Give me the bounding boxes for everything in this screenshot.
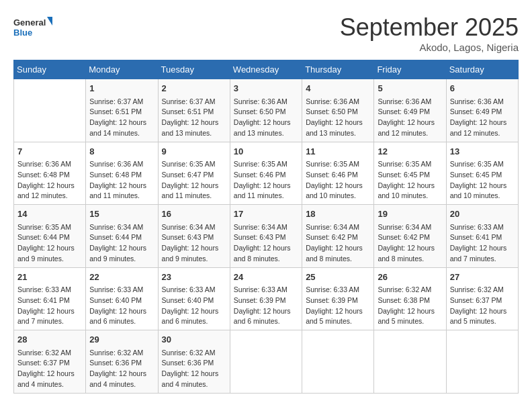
day-info-line: and 6 minutes. <box>234 316 298 327</box>
day-info-line: Sunset: 6:37 PM <box>17 358 82 369</box>
day-info-line: and 12 minutes. <box>378 128 442 139</box>
day-info-line: and 5 minutes. <box>306 316 370 327</box>
calendar-cell: 7Sunrise: 6:36 AMSunset: 6:48 PMDaylight… <box>14 142 86 205</box>
calendar-cell <box>374 330 446 394</box>
day-info-line: Sunset: 6:49 PM <box>450 107 515 118</box>
day-info-line: Daylight: 12 hours <box>450 118 515 128</box>
day-info-line: Sunrise: 6:34 AM <box>306 222 370 233</box>
day-info-line: Daylight: 12 hours <box>378 118 442 128</box>
day-number: 14 <box>17 208 82 221</box>
day-number: 17 <box>234 208 298 221</box>
logo-svg: General Blue <box>13 13 54 40</box>
day-info-line: and 4 minutes. <box>162 379 226 390</box>
day-number: 12 <box>378 145 442 158</box>
day-info-line: Daylight: 12 hours <box>89 369 154 379</box>
calendar-cell: 10Sunrise: 6:35 AMSunset: 6:46 PMDayligh… <box>230 142 302 205</box>
day-info-line: Daylight: 12 hours <box>89 181 154 191</box>
day-info-line: and 10 minutes. <box>378 191 442 201</box>
calendar-cell: 15Sunrise: 6:34 AMSunset: 6:44 PMDayligh… <box>86 205 158 268</box>
day-info-line: Daylight: 12 hours <box>162 118 226 128</box>
calendar-cell: 25Sunrise: 6:33 AMSunset: 6:39 PMDayligh… <box>302 267 374 330</box>
day-number: 10 <box>234 145 298 158</box>
day-info-line: and 4 minutes. <box>89 379 154 390</box>
day-info-line: and 13 minutes. <box>162 128 226 139</box>
day-info-line: Sunset: 6:47 PM <box>162 170 226 181</box>
day-info-line: Sunset: 6:36 PM <box>89 358 154 369</box>
calendar-cell: 20Sunrise: 6:33 AMSunset: 6:41 PMDayligh… <box>446 205 518 268</box>
header-row: Sunday Monday Tuesday Wednesday Thursday… <box>14 60 519 79</box>
day-info-line: Sunset: 6:45 PM <box>450 170 515 181</box>
day-info-line: Daylight: 12 hours <box>89 118 154 128</box>
day-info-line: Daylight: 12 hours <box>234 306 298 317</box>
day-info-line: Sunset: 6:42 PM <box>378 232 442 243</box>
day-info-line: Daylight: 12 hours <box>17 181 82 191</box>
day-info-line: Daylight: 12 hours <box>306 243 370 254</box>
day-info-line: Sunset: 6:45 PM <box>378 170 442 181</box>
location-subtitle: Akodo, Lagos, Nigeria <box>340 42 519 53</box>
day-info-line: and 10 minutes. <box>450 191 515 201</box>
calendar-row: 14Sunrise: 6:35 AMSunset: 6:44 PMDayligh… <box>14 205 519 268</box>
calendar-cell: 11Sunrise: 6:35 AMSunset: 6:46 PMDayligh… <box>302 142 374 205</box>
day-info-line: Daylight: 12 hours <box>17 306 82 317</box>
calendar-cell: 16Sunrise: 6:34 AMSunset: 6:43 PMDayligh… <box>158 205 230 268</box>
svg-text:General: General <box>13 17 46 28</box>
day-number: 6 <box>450 82 515 95</box>
calendar-cell: 29Sunrise: 6:32 AMSunset: 6:36 PMDayligh… <box>86 330 158 394</box>
col-wednesday: Wednesday <box>230 60 302 79</box>
calendar-cell: 21Sunrise: 6:33 AMSunset: 6:41 PMDayligh… <box>14 267 86 330</box>
day-info-line: Daylight: 12 hours <box>17 243 82 254</box>
day-info-line: Sunrise: 6:33 AM <box>162 285 226 295</box>
calendar-table: Sunday Monday Tuesday Wednesday Thursday… <box>13 60 519 394</box>
day-info-line: Daylight: 12 hours <box>89 306 154 317</box>
day-info-line: Sunrise: 6:35 AM <box>162 159 226 170</box>
day-info-line: Daylight: 12 hours <box>234 243 298 254</box>
col-saturday: Saturday <box>446 60 518 79</box>
day-info-line: Sunrise: 6:35 AM <box>17 222 82 233</box>
day-info-line: and 13 minutes. <box>234 128 298 139</box>
logo: General Blue <box>13 13 54 40</box>
day-info-line: Daylight: 12 hours <box>234 181 298 191</box>
calendar-cell: 12Sunrise: 6:35 AMSunset: 6:45 PMDayligh… <box>374 142 446 205</box>
day-info-line: Sunrise: 6:34 AM <box>162 222 226 233</box>
day-number: 5 <box>378 82 442 95</box>
day-info-line: and 5 minutes. <box>450 316 515 327</box>
day-info-line: Sunset: 6:48 PM <box>17 170 82 181</box>
day-info-line: and 6 minutes. <box>162 316 226 327</box>
day-info-line: Sunrise: 6:37 AM <box>162 97 226 107</box>
day-number: 1 <box>89 82 154 95</box>
calendar-cell: 14Sunrise: 6:35 AMSunset: 6:44 PMDayligh… <box>14 205 86 268</box>
day-number: 16 <box>162 208 226 221</box>
day-info-line: Daylight: 12 hours <box>378 243 442 254</box>
day-info-line: Sunset: 6:41 PM <box>17 295 82 306</box>
calendar-cell: 2Sunrise: 6:37 AMSunset: 6:51 PMDaylight… <box>158 79 230 142</box>
day-info-line: Sunrise: 6:32 AM <box>378 285 442 295</box>
day-info-line: and 14 minutes. <box>89 128 154 139</box>
day-info-line: Sunrise: 6:33 AM <box>234 285 298 295</box>
day-number: 28 <box>17 333 82 347</box>
day-info-line: Sunrise: 6:32 AM <box>17 348 82 359</box>
day-info-line: Sunset: 6:40 PM <box>162 295 226 306</box>
calendar-cell: 26Sunrise: 6:32 AMSunset: 6:38 PMDayligh… <box>374 267 446 330</box>
calendar-cell: 5Sunrise: 6:36 AMSunset: 6:49 PMDaylight… <box>374 79 446 142</box>
day-number: 8 <box>89 145 154 158</box>
calendar-cell: 22Sunrise: 6:33 AMSunset: 6:40 PMDayligh… <box>86 267 158 330</box>
day-info-line: Sunrise: 6:35 AM <box>234 159 298 170</box>
calendar-cell: 17Sunrise: 6:34 AMSunset: 6:43 PMDayligh… <box>230 205 302 268</box>
day-info-line: Sunset: 6:44 PM <box>89 232 154 243</box>
day-info-line: Sunrise: 6:33 AM <box>450 222 515 233</box>
col-sunday: Sunday <box>14 60 86 79</box>
day-info-line: and 8 minutes. <box>378 254 442 265</box>
day-info-line: and 8 minutes. <box>306 254 370 265</box>
day-info-line: and 9 minutes. <box>17 254 82 265</box>
day-info-line: Sunrise: 6:36 AM <box>306 97 370 107</box>
day-info-line: Daylight: 12 hours <box>306 118 370 128</box>
day-number: 18 <box>306 208 370 221</box>
calendar-cell: 1Sunrise: 6:37 AMSunset: 6:51 PMDaylight… <box>86 79 158 142</box>
col-tuesday: Tuesday <box>158 60 230 79</box>
day-info-line: Sunset: 6:43 PM <box>162 232 226 243</box>
day-info-line: Sunrise: 6:32 AM <box>162 348 226 359</box>
day-number: 15 <box>89 208 154 221</box>
calendar-cell: 13Sunrise: 6:35 AMSunset: 6:45 PMDayligh… <box>446 142 518 205</box>
title-block: September 2025 Akodo, Lagos, Nigeria <box>340 13 519 53</box>
day-number: 19 <box>378 208 442 221</box>
